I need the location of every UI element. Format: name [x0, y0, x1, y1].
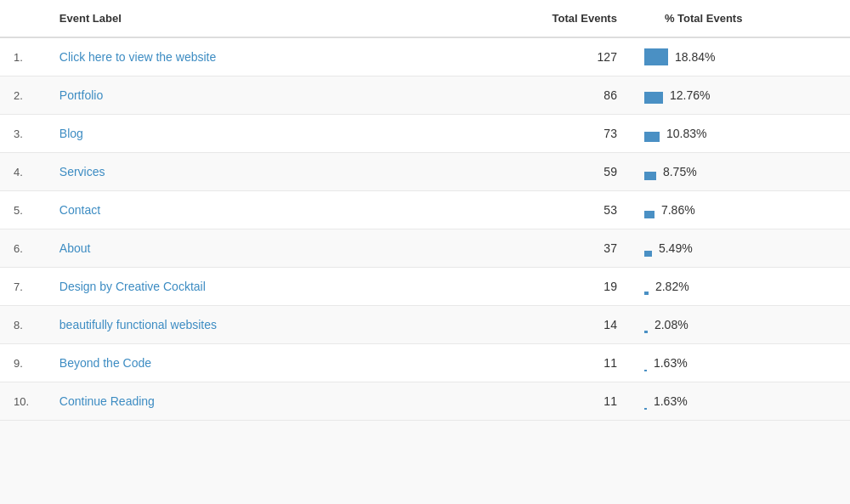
pct-label: 5.49% [659, 241, 693, 255]
bar-container [644, 201, 654, 218]
pct-label: 1.63% [654, 394, 688, 408]
pct-label: 10.83% [666, 127, 706, 140]
bar [644, 292, 649, 295]
row-total-events: 127 [484, 37, 631, 76]
row-label: Beyond the Code [46, 344, 484, 382]
row-label: Continue Reading [46, 382, 484, 421]
table-row: 4.Services598.75% [0, 153, 850, 191]
row-pct: 12.76% [631, 76, 850, 115]
bar-container [644, 316, 648, 333]
row-label: Portfolio [46, 76, 484, 115]
pct-label: 12.76% [670, 88, 710, 102]
bar-container [644, 354, 647, 371]
row-label: Services [46, 153, 484, 191]
row-rank: 3. [0, 115, 46, 153]
table-row: 1.Click here to view the website12718.84… [0, 37, 850, 76]
row-total-events: 53 [484, 191, 631, 229]
bar-container [644, 163, 656, 180]
row-rank: 2. [0, 76, 46, 115]
table-row: 3.Blog7310.83% [0, 115, 850, 153]
row-total-events: 37 [484, 229, 631, 268]
row-label-link[interactable]: Design by Creative Cocktail [60, 280, 206, 293]
pct-label: 2.82% [655, 280, 689, 293]
bar-container [644, 278, 649, 295]
row-label-link[interactable]: beautifully functional websites [60, 318, 217, 331]
row-pct: 5.49% [631, 229, 850, 268]
bar-container [644, 87, 663, 104]
row-rank: 8. [0, 306, 46, 344]
row-label: About [46, 229, 484, 268]
bar [644, 48, 668, 65]
row-label-link[interactable]: About [60, 241, 91, 255]
row-total-events: 19 [484, 268, 631, 306]
table-row: 8.beautifully functional websites142.08% [0, 306, 850, 344]
table-row: 5.Contact537.86% [0, 191, 850, 229]
pct-label: 8.75% [663, 165, 697, 178]
row-rank: 1. [0, 37, 46, 76]
bar [644, 331, 648, 333]
row-label-link[interactable]: Portfolio [60, 88, 103, 102]
bar-container [644, 48, 668, 65]
bar [644, 92, 663, 104]
row-pct: 1.63% [631, 344, 850, 382]
col-header-number [0, 0, 46, 37]
row-label-link[interactable]: Beyond the Code [60, 356, 151, 370]
bar [644, 132, 660, 142]
row-pct: 18.84% [631, 37, 850, 76]
row-pct: 2.82% [631, 268, 850, 306]
table-row: 2.Portfolio8612.76% [0, 76, 850, 115]
bar-container [644, 125, 660, 142]
table-row: 6.About375.49% [0, 229, 850, 268]
row-total-events: 73 [484, 115, 631, 153]
row-rank: 5. [0, 191, 46, 229]
row-rank: 6. [0, 229, 46, 268]
row-label-link[interactable]: Blog [60, 127, 83, 140]
bar [644, 251, 652, 257]
row-rank: 9. [0, 344, 46, 382]
col-header-event-label: Event Label [46, 0, 484, 37]
bar [644, 211, 654, 218]
row-label-link[interactable]: Services [60, 165, 105, 178]
row-total-events: 11 [484, 382, 631, 421]
pct-label: 1.63% [654, 356, 688, 370]
row-rank: 7. [0, 268, 46, 306]
bar-container [644, 393, 647, 410]
bar [644, 408, 647, 410]
row-label-link[interactable]: Continue Reading [60, 394, 155, 408]
row-label: Click here to view the website [46, 37, 484, 76]
analytics-table: Event Label Total Events % Total Events … [0, 0, 850, 421]
col-header-pct-total-events: % Total Events [631, 0, 850, 37]
pct-label: 18.84% [675, 50, 715, 64]
bar [644, 172, 656, 180]
table-row: 9.Beyond the Code111.63% [0, 344, 850, 382]
table-row: 10.Continue Reading111.63% [0, 382, 850, 421]
pct-label: 2.08% [654, 318, 688, 331]
row-label: Design by Creative Cocktail [46, 268, 484, 306]
row-pct: 7.86% [631, 191, 850, 229]
row-total-events: 14 [484, 306, 631, 344]
row-label: Contact [46, 191, 484, 229]
analytics-table-container: Event Label Total Events % Total Events … [0, 0, 850, 421]
pct-label: 7.86% [661, 203, 695, 217]
row-label-link[interactable]: Click here to view the website [60, 50, 216, 64]
row-label: beautifully functional websites [46, 306, 484, 344]
bar [644, 370, 647, 371]
table-header-row: Event Label Total Events % Total Events [0, 0, 850, 37]
col-header-total-events: Total Events [484, 0, 631, 37]
row-label-link[interactable]: Contact [60, 203, 100, 217]
bar-container [644, 240, 652, 257]
row-total-events: 11 [484, 344, 631, 382]
row-pct: 1.63% [631, 382, 850, 421]
row-label: Blog [46, 115, 484, 153]
row-rank: 4. [0, 153, 46, 191]
row-rank: 10. [0, 382, 46, 421]
table-row: 7.Design by Creative Cocktail192.82% [0, 268, 850, 306]
row-total-events: 59 [484, 153, 631, 191]
row-pct: 10.83% [631, 115, 850, 153]
row-pct: 2.08% [631, 306, 850, 344]
row-total-events: 86 [484, 76, 631, 115]
row-pct: 8.75% [631, 153, 850, 191]
